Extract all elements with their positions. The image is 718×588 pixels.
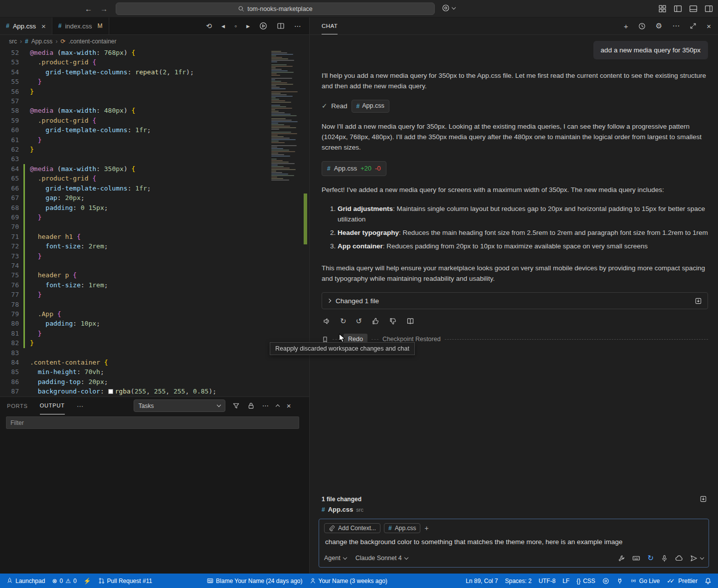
- line-number[interactable]: 74: [0, 261, 19, 270]
- line-number[interactable]: 65: [0, 174, 19, 183]
- line-number[interactable]: 55: [0, 77, 19, 86]
- line-number[interactable]: 87: [0, 387, 19, 396]
- line-number[interactable]: 72: [0, 241, 19, 251]
- sidebar-left-icon[interactable]: [674, 4, 682, 13]
- panel-more-actions-icon[interactable]: ⋯: [262, 402, 269, 409]
- code-line[interactable]: font-size: 1rem;: [30, 280, 268, 290]
- code-line[interactable]: header p {: [30, 270, 268, 280]
- line-number[interactable]: 84: [0, 358, 19, 367]
- history-icon[interactable]: [638, 22, 646, 30]
- panel-bottom-icon[interactable]: [689, 4, 698, 13]
- browser-preview-status[interactable]: [599, 574, 613, 588]
- code-line[interactable]: grid-template-columns: 1fr;: [30, 184, 268, 193]
- code-line[interactable]: min-height: 70vh;: [30, 367, 268, 377]
- breadcrumb-src[interactable]: src: [9, 38, 17, 45]
- minimap[interactable]: [271, 49, 300, 181]
- code-line[interactable]: [30, 96, 268, 106]
- maximize-panel-icon[interactable]: [275, 404, 279, 408]
- line-number[interactable]: 76: [0, 280, 19, 290]
- code-line[interactable]: font-size: 2rem;: [30, 241, 268, 251]
- code-line[interactable]: }: [30, 212, 268, 222]
- encoding[interactable]: UTF-8: [535, 574, 559, 588]
- launchpad-status[interactable]: Launchpad: [3, 574, 48, 588]
- line-number[interactable]: 79: [0, 309, 19, 319]
- forward-icon[interactable]: →: [100, 4, 108, 13]
- line-number[interactable]: 77: [0, 290, 19, 299]
- code-line[interactable]: padding: 0 15px;: [30, 203, 268, 212]
- line-number[interactable]: 78: [0, 300, 19, 309]
- back-icon[interactable]: ←: [85, 4, 92, 13]
- browser-profile-button[interactable]: [442, 4, 455, 12]
- editor-gutter[interactable]: 5253545556575859606162636465666768697071…: [0, 48, 19, 396]
- indentation[interactable]: Spaces: 2: [502, 574, 535, 588]
- breadcrumb-symbol[interactable]: .content-container: [68, 38, 116, 45]
- url-bar[interactable]: tom-nooks-marketplace: [116, 2, 435, 15]
- line-number[interactable]: 70: [0, 222, 19, 231]
- line-number[interactable]: 56: [0, 87, 19, 96]
- line-number[interactable]: 63: [0, 154, 19, 164]
- more-options-icon[interactable]: ⋯: [672, 21, 680, 30]
- code-line[interactable]: }: [30, 135, 268, 145]
- code-line[interactable]: grid-template-columns: repeat(2, 1fr);: [30, 67, 268, 77]
- line-number[interactable]: 69: [0, 212, 19, 222]
- filter-icon[interactable]: [232, 402, 240, 409]
- code-line[interactable]: }: [30, 290, 268, 299]
- line-number[interactable]: 60: [0, 125, 19, 135]
- line-number[interactable]: 71: [0, 232, 19, 241]
- code-line[interactable]: }: [30, 145, 268, 154]
- nav-forward-icon[interactable]: ▸: [246, 22, 250, 30]
- close-panel-icon[interactable]: ×: [287, 401, 291, 410]
- code-line[interactable]: padding-top: 20px;: [30, 377, 268, 387]
- code-line[interactable]: grid-template-columns: 1fr;: [30, 125, 268, 135]
- thumbs-down-icon[interactable]: [389, 317, 397, 325]
- tools-icon[interactable]: [618, 555, 625, 562]
- more-actions-icon[interactable]: ⋯: [294, 22, 301, 30]
- line-number[interactable]: 64: [0, 164, 19, 174]
- chat-input[interactable]: change the background color to something…: [325, 538, 703, 546]
- auto-sync-icon[interactable]: ↻: [647, 554, 654, 563]
- line-number[interactable]: 73: [0, 251, 19, 261]
- code-line[interactable]: }: [30, 329, 268, 338]
- close-chat-icon[interactable]: ×: [707, 22, 711, 30]
- new-chat-icon[interactable]: +: [624, 22, 628, 30]
- expand-icon[interactable]: [690, 22, 697, 29]
- pull-request-status[interactable]: Pull Request #11: [95, 574, 156, 588]
- code-line[interactable]: .product-grid {: [30, 57, 268, 67]
- line-number[interactable]: 75: [0, 270, 19, 280]
- nav-dot-icon[interactable]: ◦: [234, 22, 237, 30]
- keyboard-icon[interactable]: [632, 554, 640, 562]
- line-number[interactable]: 86: [0, 377, 19, 387]
- code-editor[interactable]: 5253545556575859606162636465666768697071…: [0, 48, 309, 396]
- chat-input-box[interactable]: Add Context... # App.css + change the ba…: [319, 519, 709, 568]
- line-number[interactable]: 85: [0, 367, 19, 377]
- code-line[interactable]: .App {: [30, 309, 268, 319]
- code-line[interactable]: gap: 20px;: [30, 193, 268, 202]
- model-select[interactable]: Claude Sonnet 4: [356, 555, 408, 562]
- code-line[interactable]: }: [30, 87, 268, 96]
- problems-status[interactable]: ⊗ 0 ⚠ 0: [48, 574, 80, 588]
- code-line[interactable]: }: [30, 338, 268, 348]
- line-number[interactable]: 67: [0, 193, 19, 202]
- send-button[interactable]: [690, 555, 704, 562]
- agent-mode-select[interactable]: Agent: [324, 555, 347, 562]
- apply-changes-icon[interactable]: [695, 297, 702, 305]
- line-number[interactable]: 59: [0, 116, 19, 125]
- code-line[interactable]: header h1 {: [30, 232, 268, 241]
- undo-icon[interactable]: ↺: [356, 315, 362, 327]
- diff-file-chip[interactable]: # App.css +20 -0: [322, 161, 386, 176]
- code-line[interactable]: }: [30, 77, 268, 86]
- line-number[interactable]: 66: [0, 184, 19, 193]
- regenerate-icon[interactable]: ↻: [340, 315, 347, 327]
- breadcrumb-file[interactable]: App.css: [31, 38, 53, 45]
- output-filter-input[interactable]: [6, 416, 299, 429]
- code-line[interactable]: .content-container {: [30, 358, 268, 367]
- panel-more-tabs-icon[interactable]: ⋯: [77, 402, 84, 410]
- line-number[interactable]: 81: [0, 329, 19, 338]
- line-number[interactable]: 53: [0, 57, 19, 67]
- mic-icon[interactable]: [661, 555, 668, 562]
- language-mode[interactable]: {} CSS: [573, 574, 599, 588]
- line-number[interactable]: 52: [0, 48, 19, 57]
- lock-icon[interactable]: [247, 402, 255, 409]
- apply-changes-icon[interactable]: [700, 495, 707, 503]
- split-editor-icon[interactable]: [277, 22, 285, 30]
